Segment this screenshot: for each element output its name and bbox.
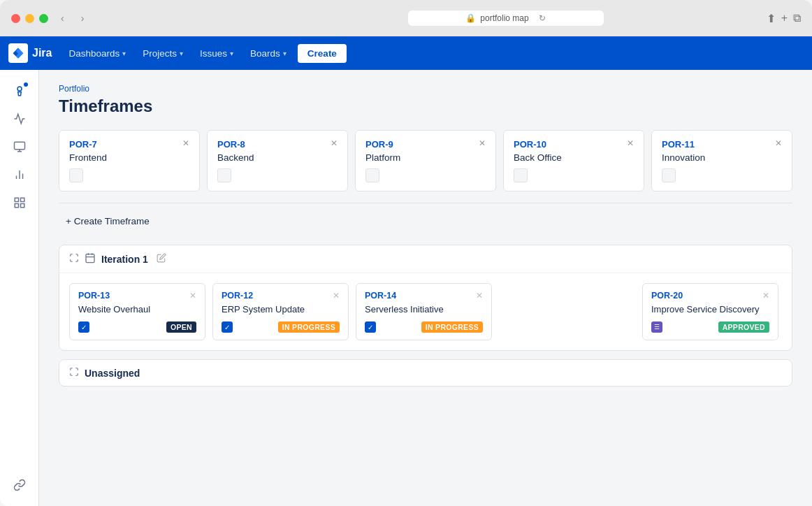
window-chrome: ‹ › 🔒 portfolio map ↻ ⬆ + ⧉ (0, 0, 812, 36)
unassigned-section: Unassigned (59, 359, 792, 386)
sidebar-icon-chart[interactable] (7, 162, 32, 187)
svg-rect-7 (15, 198, 18, 201)
issue-title-por12: ERP System Update (222, 303, 340, 316)
issue-card-header-por14: POR-14 ✕ (365, 291, 483, 301)
share-icon[interactable]: ⬆ (767, 12, 776, 25)
timeframe-card-por8: POR-8 ✕ Backend (207, 130, 348, 191)
iteration-name: Iteration 1 (101, 254, 148, 265)
status-badge-por14: IN PROGRESS (421, 321, 483, 333)
timeframe-name-por8: Backend (217, 152, 338, 163)
timeframe-name-por7: Frontend (69, 152, 189, 163)
close-window-button[interactable] (11, 14, 20, 23)
back-button[interactable]: ‹ (57, 10, 68, 27)
timeframe-id-por10[interactable]: POR-10 (514, 139, 546, 150)
jira-logo-text: Jira (32, 47, 52, 59)
main-layout: Portfolio Timeframes POR-7 ✕ Frontend PO… (0, 70, 812, 506)
timeframe-card-header: POR-11 ✕ (662, 139, 782, 150)
nav-dashboards[interactable]: Dashboards ▾ (63, 44, 131, 63)
reload-icon[interactable]: ↻ (539, 13, 546, 23)
copy-icon[interactable]: ⧉ (793, 12, 801, 24)
svg-rect-8 (20, 198, 24, 201)
create-timeframe-button[interactable]: + Create Timeframe (59, 212, 792, 231)
issue-checkbox-por13[interactable]: ✓ (78, 321, 89, 333)
issue-id-por12[interactable]: POR-12 (222, 291, 253, 301)
issue-close-por20[interactable]: ✕ (762, 291, 769, 301)
timeframe-card-por9: POR-9 ✕ Platform (355, 130, 496, 191)
timeframe-close-por7[interactable]: ✕ (182, 139, 189, 147)
issue-footer-por14: ✓ IN PROGRESS (365, 321, 483, 333)
issues-dropdown-arrow: ▾ (230, 50, 233, 57)
url-text: portfolio map (480, 13, 528, 23)
svg-rect-11 (86, 254, 94, 263)
create-button[interactable]: Create (298, 44, 347, 63)
boards-dropdown-arrow: ▾ (283, 50, 287, 57)
nav-projects[interactable]: Projects ▾ (137, 44, 189, 63)
timeframe-card-por10: POR-10 ✕ Back Office (503, 130, 644, 191)
projects-dropdown-arrow: ▾ (180, 50, 183, 57)
issue-card-por20: POR-20 ✕ Improve Service Discovery ☰ APP… (642, 283, 778, 340)
timeframe-name-por10: Back Office (514, 152, 634, 163)
traffic-lights (11, 14, 48, 23)
sidebar-icon-monitor[interactable] (7, 134, 32, 159)
iteration-expand-icon[interactable] (69, 253, 79, 265)
sidebar-icon-bulb[interactable] (7, 78, 32, 103)
svg-rect-10 (20, 204, 24, 208)
timeframe-thumb-por8 (217, 168, 231, 182)
new-tab-icon[interactable]: + (781, 12, 788, 24)
issue-title-por20: Improve Service Discovery (651, 303, 769, 316)
timeframe-card-header: POR-7 ✕ (69, 139, 189, 150)
timeframe-name-por9: Platform (365, 152, 486, 163)
issue-title-por14: Serverless Initiative (365, 303, 483, 316)
issue-close-por12[interactable]: ✕ (333, 291, 340, 301)
issue-checkbox-por14[interactable]: ✓ (365, 321, 376, 333)
timeframe-id-por9[interactable]: POR-9 (365, 139, 393, 150)
issue-footer-por13: ✓ OPEN (78, 321, 196, 333)
iteration-header: Iteration 1 (59, 245, 792, 273)
timeframe-close-por8[interactable]: ✕ (331, 139, 338, 147)
status-badge-por13: OPEN (166, 321, 196, 333)
navbar: Jira Dashboards ▾ Projects ▾ Issues ▾ Bo… (0, 36, 812, 70)
minimize-window-button[interactable] (25, 14, 34, 23)
issue-card-header-por12: POR-12 ✕ (222, 291, 340, 301)
timeframe-id-por8[interactable]: POR-8 (217, 139, 245, 150)
timeframe-card-header: POR-9 ✕ (365, 139, 486, 150)
timeframe-thumb-por9 (365, 168, 379, 182)
timeframe-close-por11[interactable]: ✕ (775, 139, 782, 147)
unassigned-expand-icon[interactable] (69, 367, 79, 379)
breadcrumb[interactable]: Portfolio (59, 84, 792, 94)
issue-card-por13: POR-13 ✕ Website Overhaul ✓ OPEN (69, 283, 205, 340)
url-field[interactable]: 🔒 portfolio map ↻ (408, 10, 604, 26)
iteration-edit-icon[interactable] (157, 253, 166, 265)
sidebar-badge (22, 81, 29, 88)
timeframe-thumb-por10 (514, 168, 528, 182)
forward-button[interactable]: › (77, 10, 89, 27)
issue-close-por14[interactable]: ✕ (476, 291, 483, 301)
issue-checkbox-por12[interactable]: ✓ (222, 321, 233, 333)
issue-title-por13: Website Overhaul (78, 303, 196, 316)
timeframe-close-por9[interactable]: ✕ (479, 139, 486, 147)
timeframe-id-por7[interactable]: POR-7 (69, 139, 97, 150)
sidebar-icon-activity[interactable] (7, 106, 32, 131)
jira-logo-icon (8, 43, 28, 63)
nav-boards[interactable]: Boards ▾ (245, 44, 292, 63)
timeframe-id-por11[interactable]: POR-11 (662, 139, 695, 150)
timeframe-name-por11: Innovation (662, 152, 782, 163)
sidebar-icon-link[interactable] (7, 472, 32, 498)
issue-id-por20[interactable]: POR-20 (651, 291, 683, 301)
timeframe-card-por7: POR-7 ✕ Frontend (59, 130, 200, 191)
nav-issues[interactable]: Issues ▾ (194, 44, 239, 63)
issue-card-por12: POR-12 ✕ ERP System Update ✓ IN PROGRESS (212, 283, 349, 340)
jira-logo[interactable]: Jira (8, 43, 52, 63)
sidebar-icon-grid[interactable] (7, 190, 32, 215)
timeframe-close-por10[interactable]: ✕ (627, 139, 634, 147)
issue-close-por13[interactable]: ✕ (189, 291, 196, 301)
maximize-window-button[interactable] (39, 14, 48, 23)
timeframe-card-header: POR-10 ✕ (514, 139, 634, 150)
issue-id-por13[interactable]: POR-13 (78, 291, 110, 301)
issue-id-por14[interactable]: POR-14 (365, 291, 396, 301)
address-bar: 🔒 portfolio map ↻ (96, 10, 757, 26)
issue-card-por14: POR-14 ✕ Serverless Initiative ✓ IN PROG… (356, 283, 492, 340)
sidebar (0, 70, 39, 506)
issue-doc-icon-por20[interactable]: ☰ (651, 321, 662, 333)
timeframe-thumb-por7 (69, 168, 83, 182)
